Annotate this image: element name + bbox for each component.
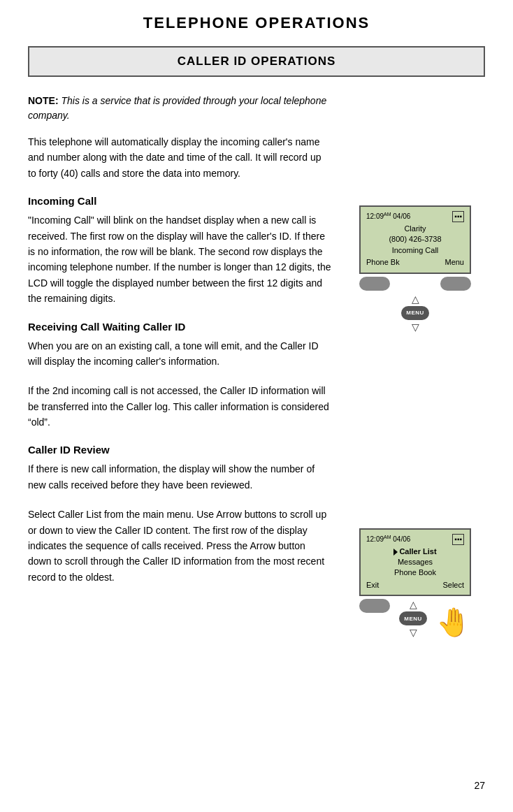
- device2-down-arrow[interactable]: ▽: [410, 627, 417, 638]
- page-number: 27: [474, 780, 485, 791]
- banner-label: CALLER ID OPERATIONS: [178, 55, 336, 68]
- caller-id-banner: CALLER ID OPERATIONS: [28, 46, 485, 77]
- device1-screen: 12:09AM 04/06 ▪▪▪ Clarity (800) 426-3738…: [359, 205, 471, 274]
- device2-line1: Caller List: [366, 546, 464, 557]
- device-column: 12:09AM 04/06 ▪▪▪ Clarity (800) 426-3738…: [345, 94, 485, 641]
- page-title: TELEPHONE OPERATIONS: [28, 14, 485, 32]
- device1-down-arrow[interactable]: ▽: [412, 321, 419, 333]
- device2-line3: Phone Book: [366, 567, 464, 578]
- section-heading-incoming: Incoming Call: [28, 195, 331, 207]
- device1-soft-right: Menu: [445, 257, 464, 268]
- device2-soft-right: Select: [442, 580, 464, 590]
- device1-soft-left: Phone Bk: [366, 257, 400, 268]
- intro-paragraph: This telephone will automatically displa…: [28, 134, 331, 181]
- hand-icon: 🤚: [436, 606, 471, 639]
- device2-line2: Messages: [366, 557, 464, 567]
- device1-nav: △ MENU ▽: [401, 293, 429, 333]
- device1-line2: (800) 426-3738: [366, 234, 464, 245]
- device2-left-btn[interactable]: [359, 599, 390, 613]
- device1-soft-buttons: [359, 277, 471, 291]
- note-italic: This is a service that is provided throu…: [28, 95, 326, 121]
- device2-screen: 12:09AM 04/06 ▪▪▪ Caller List Messages P…: [359, 528, 471, 597]
- device2-time: 12:09AM 04/06: [366, 534, 410, 545]
- phone-device-2: 12:09AM 04/06 ▪▪▪ Caller List Messages P…: [352, 528, 478, 642]
- device1-right-btn[interactable]: [440, 277, 471, 291]
- text-column: NOTE: This is a service that is provided…: [28, 94, 331, 641]
- review-para-1: If there is new call information, the di…: [28, 461, 331, 493]
- note-bold: NOTE:: [28, 95, 59, 106]
- device1-time: 12:09AM 04/06: [366, 211, 410, 222]
- incoming-call-para: "Incoming Call" will blink on the handse…: [28, 212, 331, 306]
- device1-battery: ▪▪▪: [452, 211, 464, 222]
- device2-up-arrow[interactable]: △: [410, 599, 417, 610]
- phone-device-1: 12:09AM 04/06 ▪▪▪ Clarity (800) 426-3738…: [352, 205, 478, 333]
- waiting-para-2: If the 2nd incoming call is not accessed…: [28, 383, 331, 430]
- section-call-waiting: Receiving Call Waiting Caller ID When yo…: [28, 321, 331, 430]
- section-heading-waiting: Receiving Call Waiting Caller ID: [28, 321, 331, 333]
- device1-line1: Clarity: [366, 224, 464, 234]
- device2-menu-btn[interactable]: MENU: [399, 611, 427, 625]
- note-line: NOTE: This is a service that is provided…: [28, 94, 331, 123]
- device2-battery: ▪▪▪: [452, 534, 464, 545]
- section-incoming-call: Incoming Call "Incoming Call" will blink…: [28, 195, 331, 306]
- device1-left-btn[interactable]: [359, 277, 390, 291]
- device2-soft-left: Exit: [366, 580, 379, 590]
- review-para-2: Select Caller List from the main menu. U…: [28, 507, 331, 585]
- device1-menu-btn[interactable]: MENU: [401, 306, 429, 320]
- waiting-para-1: When you are on an existing call, a tone…: [28, 338, 331, 370]
- section-heading-review: Caller ID Review: [28, 444, 331, 456]
- device2-soft-buttons: △ MENU ▽ 🤚: [359, 599, 471, 639]
- section-caller-id-review: Caller ID Review If there is new call in…: [28, 444, 331, 585]
- device1-up-arrow[interactable]: △: [412, 293, 419, 305]
- device1-line3: Incoming Call: [366, 245, 464, 256]
